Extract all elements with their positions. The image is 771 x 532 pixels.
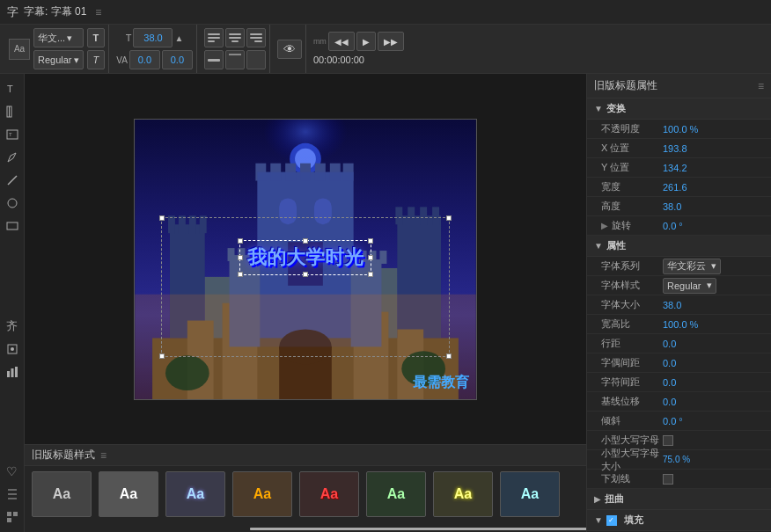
tool-align[interactable]: 齐 — [3, 317, 22, 336]
style-item-3[interactable]: Aa — [232, 471, 292, 517]
style-item-4[interactable]: Aa — [299, 471, 359, 517]
style-item-2[interactable]: Aa — [165, 471, 225, 517]
fill-checkbox[interactable] — [606, 515, 617, 526]
style-item-1[interactable]: Aa — [99, 471, 158, 517]
subtitle-icon: 字 — [7, 4, 18, 20]
tool-vertical-text[interactable] — [3, 102, 22, 121]
va-input[interactable] — [129, 50, 160, 69]
play-button[interactable]: ▶ — [356, 32, 376, 51]
tool-ellipse[interactable] — [3, 193, 22, 213]
transform-section-header[interactable]: ▼ 变换 — [587, 98, 771, 120]
fill-section-header[interactable]: ▼ 填充 — [587, 510, 771, 531]
svg-rect-17 — [13, 512, 18, 516]
prev-frame-button[interactable]: ◀◀ — [328, 32, 355, 51]
font-style-dropdown[interactable]: Regular ▾ — [33, 50, 84, 69]
align-section — [201, 25, 270, 73]
style-item-7[interactable]: Aa — [500, 471, 560, 517]
inner-handle-bl[interactable] — [159, 353, 165, 359]
bottom-panel: 旧版标题样式 ≡ Aa Aa Aa Aa Aa — [25, 444, 586, 532]
style-label-2: Aa — [187, 486, 204, 502]
prop-small-caps-size: 小型大写字母大小 75.0 % — [587, 450, 771, 470]
transform-arrow: ▼ — [594, 104, 603, 113]
font-style-prop-dropdown[interactable]: Regular ▾ — [663, 278, 716, 294]
style-item-5[interactable]: Aa — [366, 471, 426, 517]
svg-rect-7 — [7, 222, 18, 230]
styles-panel-menu[interactable]: ≡ — [100, 449, 106, 462]
inner-handle-br[interactable] — [446, 353, 452, 359]
distort-arrow: ▶ — [594, 494, 601, 504]
tool-pen[interactable] — [3, 148, 22, 167]
svg-point-9 — [11, 347, 14, 351]
align-left-button[interactable] — [204, 28, 224, 47]
svg-point-6 — [8, 199, 17, 208]
transform-props: 不透明度 100.0 % X 位置 193.8 Y 位置 134.2 宽度 26… — [587, 120, 771, 236]
underline-checkbox[interactable] — [663, 474, 673, 485]
fill-title: 填充 — [624, 514, 643, 527]
style-item-6[interactable]: Aa — [433, 471, 493, 517]
svg-point-65 — [165, 355, 209, 390]
inner-handle-tr[interactable] — [446, 215, 452, 221]
top-bar-menu[interactable]: ≡ — [95, 6, 101, 18]
right-panel-title: 旧版标题属性 — [594, 78, 657, 93]
distort-title: 扭曲 — [605, 492, 624, 506]
align-center-button[interactable] — [225, 28, 245, 47]
valign-bot-button[interactable] — [246, 50, 266, 69]
inner-handle-tl[interactable] — [159, 215, 165, 221]
left-toolbar: T T 齐 ♡ — [0, 74, 25, 532]
svg-text:T: T — [7, 84, 13, 94]
render-button[interactable]: 👁 — [277, 40, 302, 59]
prop-font-size: 字体大小 38.0 — [587, 295, 771, 315]
prop-tracking: 字符间距 0.0 — [587, 373, 771, 392]
font-size-input[interactable] — [133, 28, 173, 47]
tool-transform[interactable] — [3, 339, 22, 359]
distort-section-header[interactable]: ▶ 扭曲 — [587, 489, 771, 510]
toolbar: Aa 华文... ▾ Regular ▾ T T T ▲ — [0, 25, 771, 74]
prop-width: 宽度 261.6 — [587, 178, 771, 197]
tool-layout[interactable] — [3, 507, 22, 527]
tool-text[interactable]: T — [3, 79, 22, 98]
properties-section-header[interactable]: ▼ 属性 — [587, 236, 771, 257]
timecode: 00:00:00:00 — [313, 55, 364, 65]
valign-mid-button[interactable] — [225, 50, 245, 69]
style-label-4: Aa — [320, 486, 338, 502]
styles-row: Aa Aa Aa Aa Aa Aa Aa — [25, 466, 586, 522]
tool-chart[interactable] — [3, 362, 22, 382]
extra-input[interactable] — [162, 50, 193, 69]
svg-line-5 — [8, 176, 17, 185]
tool-area-text[interactable]: T — [3, 125, 22, 144]
tool-line[interactable] — [3, 171, 22, 190]
font-family-prop-dropdown[interactable]: 华文彩云 ▾ — [663, 259, 721, 274]
inner-selection-box — [161, 217, 450, 357]
align-right-button[interactable] — [246, 28, 266, 47]
svg-rect-12 — [15, 367, 18, 377]
properties-arrow: ▼ — [594, 241, 603, 251]
style-label-6: Aa — [454, 486, 472, 502]
right-panel-header: 旧版标题属性 ≡ — [587, 74, 771, 98]
prop-font-style: 字体样式 Regular ▾ — [587, 276, 771, 295]
italic-button[interactable]: T — [87, 50, 106, 69]
tabs-section: 👁 — [274, 25, 306, 73]
prop-rotation: ▶旋转 0.0 ° — [587, 216, 771, 236]
tool-rect[interactable] — [3, 216, 22, 236]
bold-button[interactable]: T — [87, 28, 106, 47]
prop-font-family: 字体系列 华文彩云 ▾ — [587, 257, 771, 276]
prop-y-pos: Y 位置 134.2 — [587, 158, 771, 178]
font-section: Aa 华文... ▾ Regular ▾ T T — [5, 25, 109, 73]
font-preview-box[interactable]: Aa — [9, 39, 30, 60]
style-item-0[interactable]: Aa — [32, 471, 92, 517]
right-panel-menu[interactable]: ≡ — [758, 80, 764, 92]
svg-rect-10 — [7, 371, 10, 377]
small-caps-checkbox[interactable] — [663, 435, 673, 446]
font-family-dropdown[interactable]: 华文... ▾ — [33, 28, 84, 47]
prop-height: 高度 38.0 — [587, 197, 771, 216]
svg-rect-16 — [7, 512, 11, 516]
next-frame-button[interactable]: ▶▶ — [378, 32, 404, 51]
top-bar: 字 字幕: 字幕 01 ≡ — [0, 0, 771, 25]
properties-title: 属性 — [606, 239, 626, 252]
valign-top-button[interactable] — [204, 50, 224, 69]
top-bar-title: 字幕: 字幕 01 — [24, 4, 86, 19]
tool-heart[interactable]: ♡ — [3, 462, 22, 481]
watermark: 最需教育 — [413, 374, 469, 392]
prop-aspect: 宽高比 100.0 % — [587, 315, 771, 334]
tool-distribute[interactable] — [3, 485, 22, 504]
